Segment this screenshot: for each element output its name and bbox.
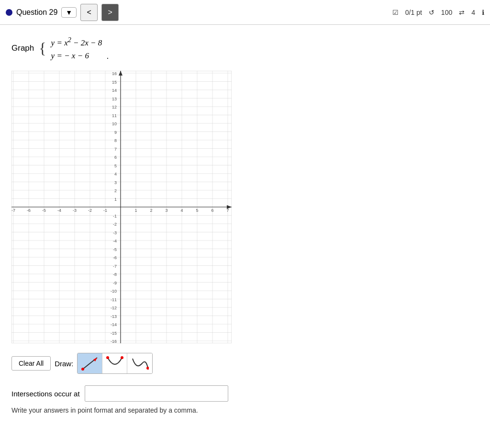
- header: Question 29 ▼ < > ☑ 0/1 pt ↺ 100 ⇄ 4 ℹ: [0, 0, 490, 25]
- draw-tool-curve-button[interactable]: [127, 353, 152, 373]
- draw-tool-parabola-button[interactable]: [102, 353, 127, 373]
- score-label: 0/1 pt: [405, 9, 422, 16]
- coordinate-graph[interactable]: .grid-line { stroke: #ccc; stroke-width:…: [11, 71, 232, 343]
- intersections-row: Intersections occur at: [11, 385, 479, 402]
- svg-text:-10: -10: [111, 289, 117, 294]
- graph-label: Graph: [11, 44, 34, 53]
- draw-tool-line-button[interactable]: [78, 353, 102, 373]
- problem-statement: Graph { y = x2 − 2x − 8 y = − x − 6 .: [11, 34, 479, 62]
- score-icon: ☑: [392, 9, 399, 16]
- svg-text:5: 5: [114, 164, 117, 168]
- svg-text:-16: -16: [111, 339, 117, 343]
- svg-text:-9: -9: [113, 281, 117, 285]
- svg-text:-6: -6: [113, 255, 117, 260]
- graph-svg-wrapper[interactable]: .grid-line { stroke: #ccc; stroke-width:…: [11, 71, 232, 343]
- line-tool-icon: [81, 355, 99, 372]
- graph-container: .grid-line { stroke: #ccc; stroke-width:…: [11, 71, 479, 345]
- parabola-tool-icon: [106, 355, 124, 372]
- svg-text:13: 13: [112, 97, 117, 101]
- svg-text:10: 10: [112, 121, 117, 126]
- svg-text:6: 6: [211, 208, 213, 213]
- svg-text:7: 7: [114, 147, 117, 152]
- svg-text:16: 16: [112, 71, 117, 76]
- svg-text:-5: -5: [113, 247, 117, 252]
- svg-text:3: 3: [114, 180, 117, 185]
- svg-text:11: 11: [112, 113, 117, 118]
- equation-line-2: y = − x − 6: [51, 49, 102, 62]
- svg-text:-8: -8: [113, 272, 117, 277]
- svg-text:-12: -12: [111, 306, 117, 310]
- svg-text:1: 1: [134, 208, 137, 213]
- svg-text:-7: -7: [113, 264, 117, 269]
- svg-text:1: 1: [114, 197, 117, 202]
- svg-text:5: 5: [196, 208, 198, 213]
- svg-text:2: 2: [150, 208, 152, 213]
- clear-all-button[interactable]: Clear All: [11, 356, 51, 371]
- question-dot: [6, 9, 12, 16]
- svg-text:6: 6: [114, 155, 117, 160]
- svg-text:-4: -4: [57, 208, 61, 213]
- svg-text:-3: -3: [73, 208, 77, 213]
- main-content: Graph { y = x2 − 2x − 8 y = − x − 6 . .g…: [0, 25, 490, 424]
- curve-tool-icon: [131, 355, 149, 372]
- attempts-label: 100: [441, 9, 452, 16]
- svg-text:-3: -3: [113, 230, 117, 235]
- svg-text:3: 3: [165, 208, 167, 213]
- svg-text:-7: -7: [11, 208, 15, 213]
- hint-text: Write your answers in point format and s…: [11, 406, 479, 414]
- refresh-icon: ⇄: [459, 9, 465, 16]
- nav-prev-button[interactable]: <: [80, 4, 98, 21]
- svg-text:4: 4: [114, 172, 117, 176]
- svg-point-105: [121, 356, 123, 359]
- svg-point-104: [106, 356, 109, 359]
- intersections-input[interactable]: [85, 385, 228, 402]
- nav-next-button[interactable]: >: [101, 4, 119, 21]
- draw-label: Draw:: [55, 360, 73, 368]
- svg-text:-13: -13: [111, 314, 117, 319]
- equation-system: y = x2 − 2x − 8 y = − x − 6: [51, 34, 102, 62]
- svg-text:8: 8: [114, 138, 117, 143]
- svg-text:-2: -2: [113, 222, 117, 227]
- svg-text:14: 14: [112, 88, 117, 93]
- svg-text:-11: -11: [111, 297, 117, 302]
- svg-text:-2: -2: [88, 208, 92, 213]
- svg-text:-6: -6: [27, 208, 31, 213]
- svg-text:-14: -14: [111, 322, 117, 327]
- svg-text:4: 4: [180, 208, 183, 213]
- period: .: [107, 52, 109, 61]
- info-icon[interactable]: ℹ: [482, 9, 484, 16]
- svg-text:-5: -5: [42, 208, 46, 213]
- svg-text:9: 9: [114, 130, 117, 135]
- undo-icon: ↺: [429, 9, 434, 16]
- header-right: ☑ 0/1 pt ↺ 100 ⇄ 4 ℹ: [392, 9, 484, 16]
- svg-text:-4: -4: [113, 239, 117, 243]
- draw-toolbar: Clear All Draw:: [11, 353, 479, 374]
- brace-open: {: [39, 41, 46, 56]
- svg-text:-1: -1: [113, 214, 117, 219]
- svg-text:-15: -15: [111, 331, 117, 336]
- svg-text:2: 2: [114, 188, 117, 193]
- svg-text:12: 12: [112, 105, 117, 109]
- svg-point-102: [81, 368, 84, 371]
- question-label: Question 29: [16, 8, 57, 17]
- svg-text:15: 15: [112, 80, 117, 85]
- intersections-label: Intersections occur at: [11, 390, 80, 398]
- refresh-count: 4: [471, 9, 475, 16]
- equation-line-1: y = x2 − 2x − 8: [51, 34, 102, 49]
- header-left: Question 29 ▼ < >: [6, 4, 119, 21]
- svg-text:-1: -1: [103, 208, 107, 213]
- question-dropdown[interactable]: ▼: [61, 7, 77, 18]
- draw-tools-group: [77, 353, 153, 374]
